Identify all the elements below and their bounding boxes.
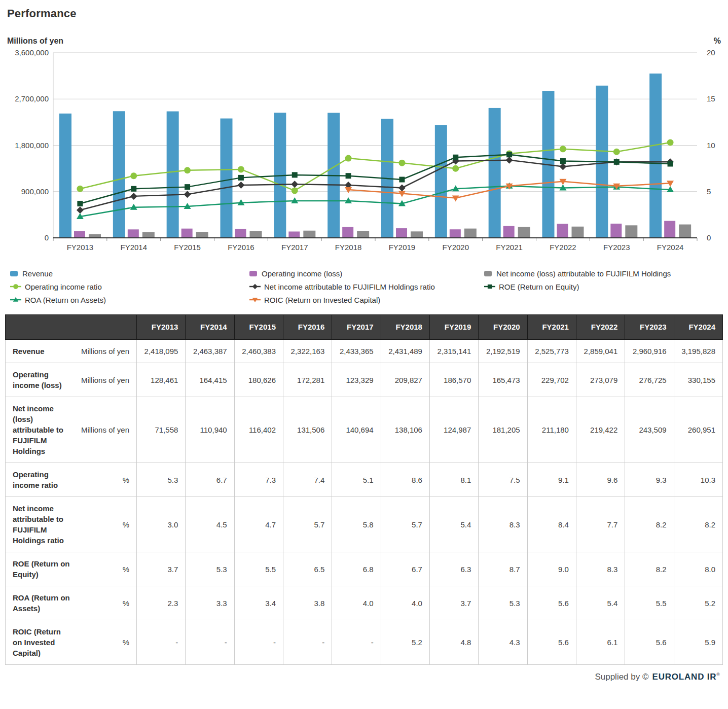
table-value-cell: 2,960,916 [625, 339, 674, 363]
legend-item: ROE (Return on Equity) [484, 280, 671, 293]
table-value-cell: 209,827 [381, 363, 429, 397]
table-value-cell: 164,415 [186, 363, 234, 397]
bar-operating-income [235, 229, 246, 238]
table-value-cell: 186,570 [429, 363, 478, 397]
table-body: RevenueMillions of yen2,418,0952,463,387… [6, 339, 723, 665]
table-value-cell: 8.6 [381, 463, 429, 497]
line-marker-diamond [184, 191, 191, 198]
bar-net-income [250, 231, 262, 238]
legend-item: ROIC (Return on Invested Capital) [249, 293, 435, 306]
line-marker-square [399, 177, 405, 183]
table-value-cell: 2,525,773 [527, 339, 576, 363]
line-marker-square [668, 161, 673, 167]
table-value-cell: 6.7 [186, 463, 234, 497]
table-row: ROIC (Return on Invested Capital)%-----5… [6, 620, 723, 665]
x-axis-label: FY2023 [603, 243, 630, 252]
left-axis-tick-label: 1,800,000 [15, 141, 49, 150]
table-value-cell: - [234, 620, 283, 665]
table-value-cell: 330,155 [674, 363, 722, 397]
row-header-cell: Net income attributable to FUJIFILM Hold… [6, 497, 137, 552]
line-marker-diamond [559, 163, 566, 170]
bar-net-income [196, 232, 208, 238]
x-axis-label: FY2019 [389, 243, 416, 252]
table-value-cell: 180,626 [234, 363, 283, 397]
table-value-cell: 5.1 [332, 463, 381, 497]
table-row: Operating income (loss)Millions of yen12… [6, 363, 723, 397]
bar-operating-income [557, 224, 568, 238]
legend-triangle-up-marker-icon [10, 297, 21, 303]
right-axis-tick-label: 10 [707, 141, 715, 150]
performance-combo-chart: 0900,0001,800,0002,700,0003,600,00005101… [0, 46, 728, 255]
table-value-cell: 3.4 [234, 586, 283, 620]
line-marker-circle [398, 160, 405, 166]
right-axis-tick-label: 20 [707, 48, 715, 57]
table-value-cell: 4.0 [332, 586, 381, 620]
left-axis-tick-label: 3,600,000 [15, 48, 49, 57]
table-row: Net income (loss) attributable to FUJIFI… [6, 397, 723, 463]
line-marker-square [185, 184, 190, 190]
legend-item: Operating income ratio [10, 280, 106, 293]
table-value-cell: 8.2 [625, 497, 674, 552]
table-col-header: FY2021 [527, 315, 576, 340]
table-row: Net income attributable to FUJIFILM Hold… [6, 497, 723, 552]
table-value-cell: 7.5 [479, 463, 527, 497]
table-value-cell: 5.9 [674, 620, 722, 665]
table-col-header: FY2017 [332, 315, 381, 340]
bar-revenue [113, 111, 125, 238]
bar-operating-income [181, 229, 193, 238]
table-value-cell: 116,402 [234, 397, 283, 463]
legend-column-1: RevenueOperating income ratioROA (Return… [10, 267, 106, 306]
legend-diamond-marker-icon [249, 283, 261, 290]
line-marker-diamond [77, 206, 84, 214]
x-axis-label: FY2015 [174, 243, 201, 252]
line-marker-diamond [506, 157, 513, 164]
table-col-header: FY2022 [576, 315, 625, 340]
line-marker-circle [238, 166, 244, 172]
bar-net-income [518, 227, 530, 238]
performance-table: FY2013FY2014FY2015FY2016FY2017FY2018FY20… [5, 314, 723, 665]
line-marker-circle [184, 167, 191, 173]
x-axis-label: FY2013 [67, 243, 94, 252]
table-value-cell: 2,315,141 [429, 339, 478, 363]
bar-operating-income [342, 227, 353, 238]
bar-operating-income [664, 221, 675, 238]
footer: Supplied by ©EUROLAND IR® [0, 672, 720, 682]
table-col-header: FY2014 [186, 315, 234, 340]
line-marker-diamond [130, 193, 137, 200]
bar-operating-income [503, 226, 515, 238]
row-label: Net income attributable to FUJIFILM Hold… [13, 503, 70, 546]
bar-operating-income [74, 231, 85, 238]
table-value-cell: 7.4 [283, 463, 332, 497]
table-value-cell: 7.3 [234, 463, 283, 497]
table-value-cell: 7.7 [576, 497, 625, 552]
table-value-cell: 3.8 [283, 586, 332, 620]
table-value-cell: 4.7 [234, 497, 283, 552]
table-value-cell: 8.1 [429, 463, 478, 497]
x-axis-label: FY2022 [550, 243, 576, 252]
row-unit: % [121, 598, 129, 609]
bar-net-income [625, 225, 637, 238]
table-value-cell: 131,506 [283, 397, 332, 463]
table-value-cell: 5.3 [137, 463, 186, 497]
table-value-cell: 5.6 [527, 620, 576, 665]
supplied-by-text: Supplied by © [595, 672, 648, 682]
table-row: Operating income ratio%5.36.77.37.45.18.… [6, 463, 723, 497]
performance-page: Performance Millions of yen % 0900,0001,… [0, 7, 728, 682]
axis-titles-row: Millions of yen % [7, 37, 721, 46]
bar-net-income [572, 227, 584, 238]
line-marker-diamond [237, 182, 244, 189]
x-axis-label: FY2021 [496, 243, 523, 252]
table-corner-cell [6, 315, 137, 340]
line-marker-square [560, 158, 566, 164]
line-marker-square [77, 201, 83, 206]
table-value-cell: 2,433,365 [332, 339, 381, 363]
table-header-row: FY2013FY2014FY2015FY2016FY2017FY2018FY20… [6, 315, 723, 340]
right-axis-tick-label: 5 [707, 187, 711, 196]
x-axis-label: FY2016 [228, 243, 254, 252]
table-col-header: FY2013 [137, 315, 186, 340]
table-value-cell: 140,694 [332, 397, 381, 463]
table-value-cell: 5.7 [381, 497, 429, 552]
row-unit: Millions of yen [79, 375, 129, 385]
table-value-cell: 6.8 [332, 552, 381, 586]
row-header-cell: ROA (Return on Assets)% [6, 586, 137, 620]
